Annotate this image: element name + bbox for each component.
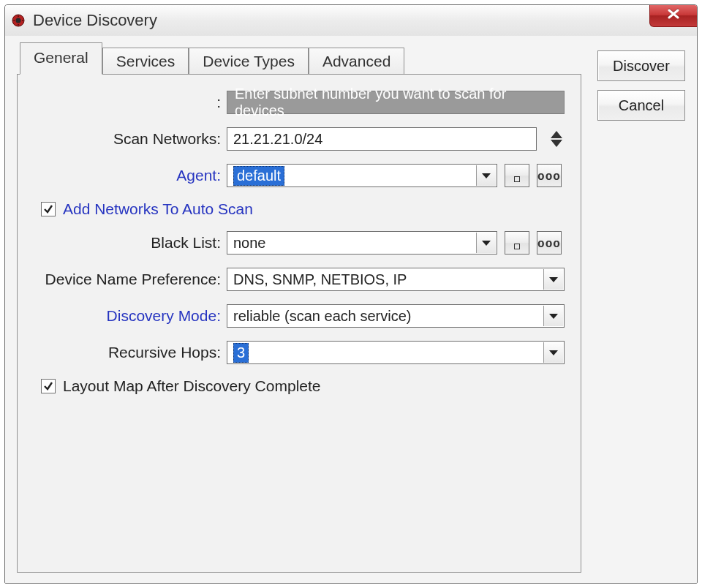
agent-dropdown-button[interactable] (476, 165, 496, 186)
window-title: Device Discovery (33, 11, 157, 30)
tab-device-types[interactable]: Device Types (189, 48, 309, 75)
tabstrip: General Services Device Types Advanced (17, 46, 581, 74)
discovery-mode-label[interactable]: Discovery Mode: (34, 307, 227, 325)
agent-combo[interactable]: default (227, 164, 497, 187)
chevron-down-icon (482, 241, 491, 246)
close-icon (666, 9, 681, 22)
discovery-mode-dropdown-button[interactable] (543, 306, 563, 326)
cancel-button[interactable]: Cancel (597, 90, 685, 121)
action-sidebar: Discover Cancel (597, 46, 685, 573)
chevron-down-icon (549, 277, 558, 282)
discovery-mode-combo[interactable]: reliable (scan each service) (227, 304, 565, 328)
tab-advanced[interactable]: Advanced (309, 48, 404, 75)
tab-general[interactable]: General (20, 42, 102, 75)
agent-more-button[interactable]: ooo (537, 164, 562, 187)
chevron-down-icon (549, 314, 558, 319)
hint-colon: : (34, 94, 227, 111)
name-pref-label: Device Name Preference: (34, 271, 227, 288)
agent-value: default (233, 166, 284, 186)
name-pref-value: DNS, SNMP, NETBIOS, IP (233, 271, 407, 288)
tab-panel-general: : Enter subnet number you want to scan f… (17, 74, 581, 573)
chevron-down-icon[interactable] (551, 140, 562, 147)
tab-services[interactable]: Services (102, 48, 189, 75)
scan-networks-input[interactable]: 21.21.21.0/24 (227, 127, 537, 151)
black-list-dropdown-button[interactable] (476, 233, 496, 253)
black-list-label: Black List: (34, 234, 227, 252)
discovery-mode-value: reliable (scan each service) (233, 308, 411, 325)
client-area: General Services Device Types Advanced :… (5, 36, 697, 583)
agent-label[interactable]: Agent: (34, 167, 227, 184)
agent-pick-button[interactable] (505, 164, 529, 187)
layout-map-checkbox[interactable] (41, 379, 56, 393)
recursive-hops-combo[interactable]: 3 (227, 341, 565, 364)
titlebar[interactable]: Device Discovery (5, 5, 697, 37)
chevron-down-icon (482, 173, 491, 178)
recursive-hops-label: Recursive Hops: (34, 344, 227, 361)
scan-networks-label: Scan Networks: (34, 130, 227, 148)
black-list-value: none (233, 235, 266, 252)
recursive-hops-dropdown-button[interactable] (543, 342, 563, 363)
chevron-up-icon[interactable] (551, 131, 562, 138)
black-list-pick-button[interactable] (505, 231, 529, 255)
device-discovery-window: Device Discovery General Services Device… (4, 4, 698, 584)
layout-map-label: Layout Map After Discovery Complete (63, 377, 321, 395)
auto-scan-checkbox[interactable] (41, 202, 56, 216)
app-icon (11, 13, 26, 28)
recursive-hops-value: 3 (233, 343, 249, 363)
chevron-down-icon (549, 350, 558, 355)
black-list-more-button[interactable]: ooo (537, 231, 562, 255)
scan-hint-text: Enter subnet number you want to scan for… (227, 91, 565, 114)
scan-networks-value: 21.21.21.0/24 (233, 131, 322, 148)
black-list-combo[interactable]: none (227, 231, 497, 255)
name-pref-combo[interactable]: DNS, SNMP, NETBIOS, IP (227, 268, 565, 291)
scan-networks-spinner[interactable] (548, 130, 565, 148)
close-button[interactable] (649, 4, 698, 27)
auto-scan-label[interactable]: Add Networks To Auto Scan (63, 200, 253, 218)
svg-point-1 (16, 18, 21, 23)
discover-button[interactable]: Discover (597, 50, 685, 81)
name-pref-dropdown-button[interactable] (543, 269, 563, 290)
